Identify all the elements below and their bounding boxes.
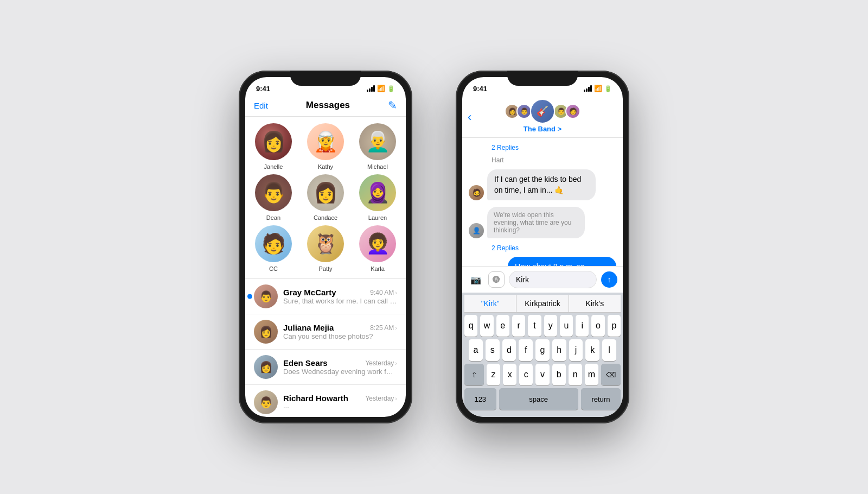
back-button[interactable]: ‹ <box>468 110 471 124</box>
left-phone: 9:41 📶 🔋 Edit Messages ✎ <box>239 71 412 423</box>
status-icons-left: 📶 🔋 <box>367 85 395 92</box>
message-time: Yesterday › <box>365 359 397 367</box>
sender-name: Juliana Mejia <box>283 323 334 332</box>
send-button[interactable]: ↑ <box>601 271 617 288</box>
key-l[interactable]: l <box>602 339 616 361</box>
key-u[interactable]: u <box>560 315 573 337</box>
appstore-button[interactable]: 🅐 <box>488 271 505 288</box>
key-n[interactable]: n <box>569 364 582 385</box>
list-item[interactable]: 👨 Richard Howarth Yesterday › ··· <box>245 385 406 417</box>
contact-name-cc: CC <box>269 265 278 272</box>
key-d[interactable]: d <box>502 339 516 361</box>
avatar: 👨 <box>254 390 278 414</box>
suggestion-kirks[interactable]: Kirk's <box>569 295 621 312</box>
edit-button[interactable]: Edit <box>254 101 268 110</box>
num-key[interactable]: 123 <box>464 388 496 410</box>
contact-lauren[interactable]: 🧕 Lauren <box>354 174 401 221</box>
key-b[interactable]: b <box>552 364 566 385</box>
avatar-member-2: 👨 <box>516 104 532 119</box>
key-h[interactable]: h <box>552 339 566 361</box>
key-z[interactable]: z <box>487 364 500 385</box>
key-t[interactable]: t <box>528 315 541 337</box>
input-bar: 📷 🅐 Kirk ↑ <box>462 266 623 293</box>
contact-name-dean: Dean <box>266 214 280 221</box>
message-preview: Can you send those photos? <box>283 332 397 340</box>
key-m[interactable]: m <box>585 364 598 385</box>
key-e[interactable]: e <box>496 315 509 337</box>
key-r[interactable]: r <box>512 315 525 337</box>
battery-icon-right: 🔋 <box>604 85 612 92</box>
keyboard-row-bottom: 123 space return <box>464 388 621 410</box>
suggestion-kirk-quoted[interactable]: "Kirk" <box>464 295 516 312</box>
contact-kathy[interactable]: 🧝 Kathy <box>302 123 349 170</box>
contact-name-candace: Candace <box>314 214 337 221</box>
contact-candace[interactable]: 👩 Candace <box>302 174 349 221</box>
key-a[interactable]: a <box>469 339 483 361</box>
contact-karla[interactable]: 👩‍🦱 Karla <box>354 225 401 272</box>
wifi-icon: 📶 <box>377 85 385 92</box>
key-p[interactable]: p <box>608 315 621 337</box>
group-avatars[interactable]: 👩 👨 🎸 👨 🧑 <box>506 99 579 124</box>
status-icons-right: 📶 🔋 <box>584 85 612 92</box>
suggestion-kirkpatrick[interactable]: Kirkpatrick <box>516 295 569 312</box>
contact-dean[interactable]: 👨 Dean <box>250 174 297 221</box>
chevron-icon: › <box>395 395 397 402</box>
sender-label-hart: Hart <box>492 156 616 164</box>
group-name[interactable]: The Band > <box>524 125 561 133</box>
message-content: Juliana Mejia 8:25 AM › Can you send tho… <box>283 323 397 340</box>
contact-name-karla: Karla <box>371 265 385 272</box>
replies-label-2[interactable]: 2 Replies <box>492 244 519 252</box>
shift-key[interactable]: ⇧ <box>464 364 484 385</box>
contact-name-michael: Michael <box>367 163 388 170</box>
contact-patty[interactable]: 🦉 Patty <box>302 225 349 272</box>
unread-indicator <box>247 294 252 299</box>
key-g[interactable]: g <box>535 339 550 361</box>
space-key[interactable]: space <box>499 388 578 410</box>
notch-right <box>507 71 578 86</box>
list-item[interactable]: 👩 Juliana Mejia 8:25 AM › Can you send t… <box>245 314 406 350</box>
keyboard-row-2: a s d f g h j k l <box>464 339 621 361</box>
key-v[interactable]: v <box>535 364 549 385</box>
avatar-gray-msg: 👤 <box>469 223 484 238</box>
avatar-member-4: 🧑 <box>565 104 580 119</box>
message-time: 9:40 AM › <box>370 289 397 296</box>
camera-button[interactable]: 📷 <box>468 271 484 288</box>
avatar: 👩 <box>254 355 278 379</box>
contact-janelle[interactable]: 👩 Janelle <box>250 123 297 170</box>
keyboard: "Kirk" Kirkpatrick Kirk's q w e r t y u … <box>462 293 623 417</box>
avatar: 👨 <box>254 284 278 308</box>
key-j[interactable]: j <box>569 339 583 361</box>
message-time: Yesterday › <box>365 395 397 402</box>
return-key[interactable]: return <box>581 388 621 410</box>
replies-label-1[interactable]: 2 Replies <box>492 144 519 151</box>
key-c[interactable]: c <box>519 364 533 385</box>
contact-cc[interactable]: 🧑 CC <box>250 225 297 272</box>
signal-icon-right <box>584 85 592 92</box>
backspace-key[interactable]: ⌫ <box>601 364 621 385</box>
wifi-icon-right: 📶 <box>594 85 602 92</box>
message-input[interactable]: Kirk <box>509 271 597 288</box>
contact-michael[interactable]: 👨‍🦳 Michael <box>354 123 401 170</box>
message-content: Eden Sears Yesterday › Does Wednesday ev… <box>283 358 397 376</box>
key-w[interactable]: w <box>480 315 493 337</box>
key-o[interactable]: o <box>591 315 604 337</box>
chevron-icon: › <box>395 360 397 366</box>
key-y[interactable]: y <box>544 315 557 337</box>
sender-name: Richard Howarth <box>283 394 348 403</box>
key-x[interactable]: x <box>503 364 516 385</box>
key-i[interactable]: i <box>576 315 589 337</box>
key-k[interactable]: k <box>585 339 599 361</box>
message-time: 8:25 AM › <box>370 324 397 332</box>
avatar-hart: 🧔 <box>469 185 484 200</box>
list-item[interactable]: 👩 Eden Sears Yesterday › Does Wednesday … <box>245 350 406 385</box>
signal-icon <box>367 85 375 92</box>
contact-name-patty: Patty <box>318 265 332 272</box>
avatar-member-main: 🎸 <box>530 99 555 124</box>
key-f[interactable]: f <box>519 339 533 361</box>
message-content: Gray McCarty 9:40 AM › Sure, that works … <box>283 288 397 305</box>
message-row-gray: 👤 We're wide open this evening, what tim… <box>469 207 616 238</box>
key-s[interactable]: s <box>486 339 500 361</box>
compose-button[interactable]: ✎ <box>388 99 397 112</box>
key-q[interactable]: q <box>464 315 477 337</box>
list-item[interactable]: 👨 Gray McCarty 9:40 AM › Sure, that work… <box>245 279 406 314</box>
